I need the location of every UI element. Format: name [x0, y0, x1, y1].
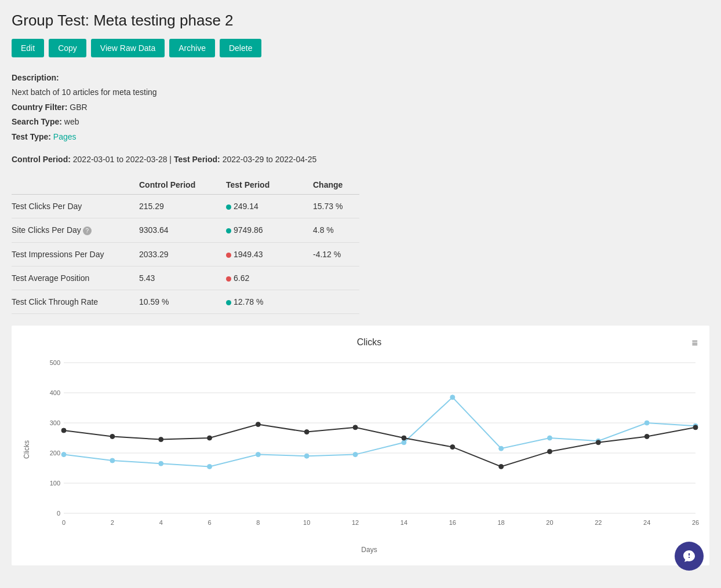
green-dot: [226, 228, 231, 233]
control-cell: 2033.29: [139, 242, 226, 266]
table-row: Test Impressions Per Day2033.291949.43-4…: [12, 242, 359, 266]
svg-text:400: 400: [50, 389, 60, 396]
svg-point-52: [644, 434, 649, 439]
page-title: Group Test: Meta testing phase 2: [12, 12, 709, 30]
chart-y-label: Clicks: [23, 440, 31, 459]
page-container: Group Test: Meta testing phase 2 Edit Co…: [0, 0, 721, 588]
control-cell: 5.43: [139, 266, 226, 290]
svg-point-43: [207, 436, 212, 440]
chart-x-label: Days: [41, 546, 698, 554]
red-dot: [226, 253, 231, 258]
green-dot: [226, 300, 231, 305]
edit-button[interactable]: Edit: [12, 39, 44, 57]
svg-text:200: 200: [50, 450, 60, 456]
svg-text:24: 24: [643, 519, 650, 526]
change-cell: [313, 290, 359, 313]
chart-svg: 010020030040050002468101214161820222426: [41, 357, 707, 542]
copy-button[interactable]: Copy: [49, 39, 86, 57]
red-dot: [226, 276, 231, 282]
svg-text:0: 0: [57, 510, 60, 517]
test-cell: 6.62: [226, 266, 313, 290]
control-cell: 9303.64: [139, 218, 226, 242]
chat-icon: [682, 549, 696, 563]
test-cell: 9749.86: [226, 218, 313, 242]
change-cell: [313, 266, 359, 290]
svg-text:14: 14: [400, 519, 407, 526]
svg-point-51: [596, 440, 600, 445]
svg-point-35: [499, 446, 504, 451]
svg-point-30: [256, 452, 260, 456]
svg-text:0: 0: [62, 519, 65, 526]
help-icon[interactable]: ?: [83, 227, 92, 235]
info-section: Description: Next batch of 10 articles f…: [12, 71, 709, 143]
svg-text:10: 10: [303, 519, 310, 526]
country-filter-value: GBR: [70, 103, 87, 112]
delete-button[interactable]: Delete: [220, 39, 261, 57]
svg-point-44: [256, 422, 260, 426]
chat-button[interactable]: [675, 542, 704, 571]
change-cell: 4.8 %: [313, 218, 359, 242]
test-cell: 249.14: [226, 194, 313, 218]
svg-point-50: [547, 449, 552, 454]
metric-cell: Site Clicks Per Day?: [12, 218, 139, 242]
country-filter-label: Country Filter:: [12, 103, 67, 112]
search-type-label: Search Type:: [12, 117, 62, 126]
control-cell: 215.29: [139, 194, 226, 218]
control-period-value: 2022-03-01 to 2022-03-28: [73, 155, 167, 164]
chart-menu-icon[interactable]: ≡: [691, 337, 698, 349]
svg-point-36: [547, 436, 552, 440]
archive-button[interactable]: Archive: [169, 39, 215, 57]
svg-point-53: [693, 425, 698, 430]
toolbar: Edit Copy View Raw Data Archive Delete: [12, 39, 709, 57]
green-dot: [226, 204, 231, 210]
svg-point-40: [61, 428, 66, 433]
control-cell: 10.59 %: [139, 290, 226, 313]
table-row: Site Clicks Per Day?9303.649749.864.8 %: [12, 218, 359, 242]
description-label: Description:: [12, 73, 59, 82]
svg-point-32: [353, 452, 358, 456]
svg-point-42: [159, 437, 163, 441]
svg-text:8: 8: [256, 519, 260, 526]
svg-point-49: [499, 464, 504, 469]
view-raw-data-button[interactable]: View Raw Data: [91, 39, 165, 57]
svg-text:300: 300: [50, 419, 60, 426]
table-row: Test Clicks Per Day215.29249.1415.73 %: [12, 194, 359, 218]
svg-text:18: 18: [497, 519, 504, 526]
col-header-control: Control Period: [139, 176, 226, 195]
test-cell: 1949.43: [226, 242, 313, 266]
svg-point-26: [61, 452, 66, 456]
svg-point-38: [644, 421, 649, 425]
control-period-label: Control Period:: [12, 155, 71, 164]
metric-cell: Test Click Through Rate: [12, 290, 139, 313]
svg-point-33: [402, 440, 406, 445]
col-header-metric: [12, 176, 139, 195]
svg-point-46: [353, 425, 358, 430]
svg-text:20: 20: [546, 519, 553, 526]
svg-point-28: [159, 461, 163, 466]
chart-wrapper: Clicks 010020030040050002468101214161820…: [41, 357, 698, 542]
stats-table: Control Period Test Period Change Test C…: [12, 176, 359, 314]
svg-text:100: 100: [50, 480, 60, 487]
svg-text:16: 16: [449, 519, 456, 526]
svg-text:12: 12: [352, 519, 359, 526]
svg-text:4: 4: [159, 519, 163, 526]
svg-point-31: [304, 454, 309, 458]
test-period-label: Test Period:: [174, 155, 220, 164]
svg-point-41: [110, 434, 115, 439]
svg-point-47: [402, 436, 406, 440]
col-header-change: Change: [313, 176, 359, 195]
svg-point-34: [450, 395, 455, 400]
svg-point-29: [207, 464, 212, 469]
change-cell: -4.12 %: [313, 242, 359, 266]
period-info: Control Period: 2022-03-01 to 2022-03-28…: [12, 155, 709, 164]
description-value: Next batch of 10 articles for meta testi…: [12, 86, 709, 98]
svg-text:6: 6: [207, 519, 211, 526]
test-cell: 12.78 %: [226, 290, 313, 313]
change-cell: 15.73 %: [313, 194, 359, 218]
test-type-value[interactable]: Pages: [53, 132, 77, 141]
period-separator: |: [169, 155, 172, 164]
svg-point-45: [304, 429, 309, 434]
table-row: Test Click Through Rate10.59 %12.78 %: [12, 290, 359, 313]
svg-text:26: 26: [692, 519, 699, 526]
chart-title: Clicks: [41, 337, 698, 348]
